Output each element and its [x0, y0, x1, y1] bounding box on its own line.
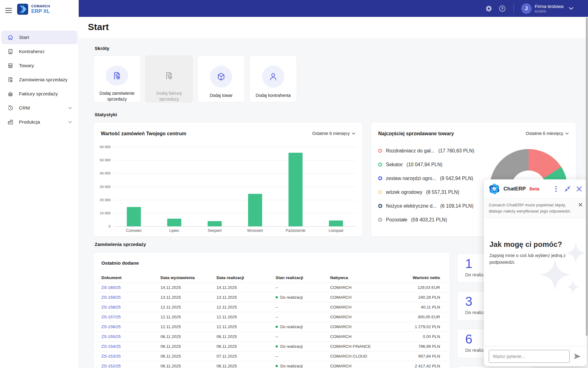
product-item: Rozdrabniacz do gał...(17 760,63 PLN): [378, 144, 474, 158]
document-link[interactable]: ZS-158/25: [101, 305, 121, 309]
product-label: zestaw narzędzi ogro...: [386, 176, 436, 181]
top-products-period-dropdown[interactable]: Ostatnie 6 miesięcy: [526, 131, 569, 136]
help-icon[interactable]: ?: [498, 5, 506, 13]
building-icon: [7, 48, 14, 55]
legend-ring-icon: [378, 204, 382, 208]
product-value: (6 109,14 PLN): [440, 203, 473, 209]
send-icon[interactable]: [573, 353, 581, 360]
net-value: 796,99 PLN: [388, 344, 440, 349]
document-cell: ZS-159/25: [101, 295, 160, 300]
sparkle-icon: [566, 280, 580, 294]
x-axis-tick-label: Wrzesień: [235, 228, 275, 233]
document-link[interactable]: ZS-156/25: [101, 324, 121, 329]
status-dot-icon: [276, 296, 278, 298]
column-header: Wartość netto: [388, 275, 440, 280]
y-axis-tick-label: 30 000: [100, 185, 111, 189]
legend-ring-icon: [378, 218, 382, 222]
sidebar-item-towary[interactable]: Towary: [1, 59, 77, 72]
product-value: (10 047,94 PLN): [406, 162, 442, 167]
history-clock-icon: [7, 104, 14, 112]
net-value: 2 417,42 PLN: [388, 364, 440, 368]
bar-chart-plot: 60 00050 00040 00030 00020 00010 0000 Cz…: [114, 147, 356, 226]
chat-question-input[interactable]: [489, 350, 570, 363]
page-title: Start: [88, 22, 109, 32]
product-item: zestaw narzędzi ogro...(9 542,94 PLN): [378, 171, 474, 185]
document-link[interactable]: ZS-154/25: [101, 344, 121, 349]
document-link[interactable]: ZS-160/25: [101, 285, 121, 290]
product-value: (9 542,94 PLN): [440, 176, 473, 181]
realization-date: 14.11.2025: [217, 285, 276, 290]
sales-order-icon: [7, 76, 14, 83]
document-link[interactable]: ZS-155/25: [101, 334, 121, 339]
issue-date: 06.11.2025: [160, 334, 217, 339]
shortcut-add-sales-order[interactable]: Dodaj zamówienie sprzedaży: [93, 56, 141, 102]
kpi-card-partial[interactable]: [457, 366, 534, 368]
buyer: COMARCH: [330, 305, 388, 309]
chaterp-footer: [484, 346, 587, 366]
net-value: 0,00 PLN: [388, 334, 440, 339]
topbar: ? J Firma testowa ADMIN: [79, 0, 588, 17]
document-link[interactable]: ZS-159/25: [101, 295, 121, 300]
close-icon[interactable]: [576, 186, 582, 192]
chevron-down-icon: [68, 107, 72, 109]
document-cell: ZS-155/25: [101, 334, 160, 339]
shortcut-add-product[interactable]: Dodaj towar: [197, 56, 245, 102]
sidebar-item-start[interactable]: Start: [1, 31, 77, 44]
buyer: COMARCH: [330, 364, 388, 368]
chart-title: Wartość zamówień Twojego centrum: [101, 131, 186, 136]
bar-chart-bars: CzerwiecLipiecSierpieńWrzesieńPaździerni…: [114, 147, 356, 226]
issue-date: 12.11.2025: [160, 315, 217, 319]
document-link[interactable]: ZS-153/25: [101, 354, 121, 358]
shortcut-label: Dodaj zamówienie sprzedaży: [93, 90, 141, 102]
factory-icon: [7, 118, 14, 126]
document-cell: ZS-153/25: [101, 354, 160, 358]
table-row: ZS-159/2513.11.202513.11.2025Do realizac…: [93, 292, 450, 302]
kebab-menu-icon[interactable]: [552, 186, 559, 192]
chaterp-icon[interactable]: [485, 5, 493, 13]
column-header: Nabywca: [330, 275, 388, 280]
svg-text:?: ?: [501, 7, 503, 10]
table-row: ZS-153/2506.11.202507.11.2025–COMARCH CL…: [93, 351, 450, 361]
y-axis-tick-label: 50 000: [100, 158, 111, 162]
document-link[interactable]: ZS-152/25: [101, 364, 121, 368]
chart-period-dropdown[interactable]: Ostatnie 6 miesięcy: [312, 131, 355, 136]
x-axis-tick-label: Październik: [275, 228, 316, 233]
orders-section-label: Zamówienia sprzedaży: [95, 242, 146, 247]
period-label: Ostatnie 6 miesięcy: [312, 131, 350, 136]
chaterp-body: Jak mogę ci pomóc? Zapytaj mnie o coś lu…: [484, 218, 587, 347]
shortcut-add-sales-invoice: Dodaj fakturę sprzedaży: [145, 56, 193, 102]
account-menu[interactable]: J Firma testowa ADMIN: [521, 3, 573, 14]
document-link[interactable]: ZS-157/25: [101, 315, 121, 319]
dismiss-disclaimer-icon[interactable]: [579, 202, 582, 208]
comarch-logo: COMARCH ERP XL: [17, 4, 50, 15]
bar-column: Listopad: [316, 147, 356, 226]
sidebar-item-crm[interactable]: CRM: [1, 101, 77, 115]
sidebar-item-zamowienia-sprzedazy[interactable]: Zamówienia sprzedaży: [1, 73, 77, 86]
sparkle-icon: [565, 243, 586, 263]
chaterp-title: ChatERP: [503, 186, 526, 192]
realization-date: 13.11.2025: [217, 295, 276, 300]
sidebar-item-label: Start: [19, 35, 29, 40]
realization-status: –: [276, 334, 330, 339]
chaterp-disclaimer: Comarch ChatERP może popełniać błędy, dl…: [484, 198, 587, 218]
invoice-icon: [7, 90, 14, 98]
user-role: ADMIN: [535, 10, 564, 13]
realization-status: –: [276, 354, 330, 358]
sidebar-item-label: Faktury sprzedaży: [19, 91, 58, 97]
bar: [248, 194, 262, 226]
sidebar-item-produkcja[interactable]: Produkcja: [1, 115, 77, 129]
sidebar-item-label: Towary: [19, 63, 34, 68]
collapse-icon[interactable]: [564, 186, 571, 192]
realization-date: 06.11.2025: [217, 364, 276, 368]
vertical-scrollbar-thumb[interactable]: [586, 17, 588, 336]
sidebar-nav: Start Kontrahenci Towary: [0, 30, 79, 129]
shortcut-add-contractor[interactable]: Dodaj kontrahenta: [249, 56, 297, 102]
sidebar-item-kontrahenci[interactable]: Kontrahenci: [1, 45, 77, 58]
person-icon: [268, 72, 278, 82]
table-row: ZS-156/2512.11.202512.11.2025Do realizac…: [93, 322, 450, 332]
hamburger-menu-icon[interactable]: [5, 8, 12, 13]
sidebar-item-label: Zamówienia sprzedaży: [19, 77, 68, 82]
sidebar-item-faktury-sprzedazy[interactable]: Faktury sprzedaży: [1, 87, 77, 101]
chaterp-panel: ChatERP Beta Comarch ChatERP może popełn: [484, 179, 587, 366]
y-axis-tick-label: 40 000: [100, 171, 111, 175]
